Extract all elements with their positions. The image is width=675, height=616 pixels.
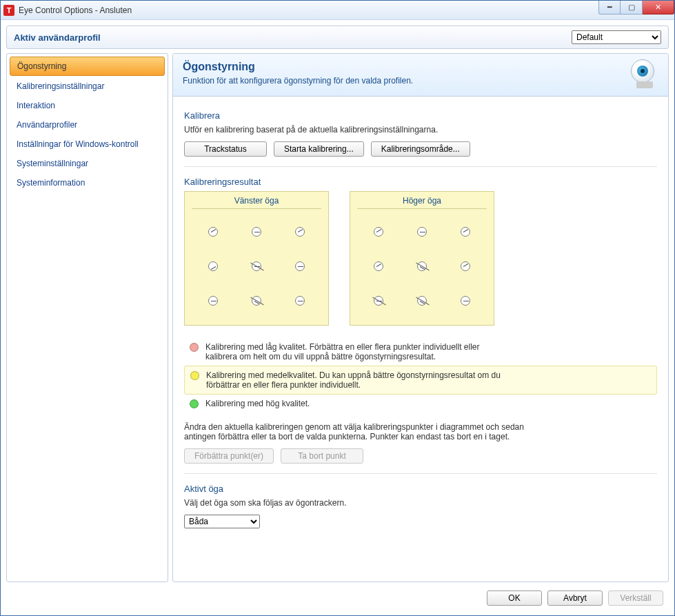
separator: [184, 473, 657, 474]
active-eye-select[interactable]: Båda: [184, 515, 260, 528]
apply-button[interactable]: Verkställ: [608, 590, 663, 606]
separator: [184, 166, 657, 167]
content-header: Ögonstyrning Funktion för att konfigurer…: [173, 54, 668, 97]
start-calibration-button[interactable]: Starta kalibrering...: [274, 141, 364, 157]
calib-point[interactable]: [295, 261, 305, 271]
profile-label: Aktiv användarprofil: [14, 32, 572, 43]
content-panel: Ögonstyrning Funktion för att konfigurer…: [172, 53, 669, 582]
calib-point[interactable]: [461, 296, 470, 306]
ok-button[interactable]: OK: [487, 590, 542, 606]
right-eye-label: Höger öga: [357, 196, 487, 209]
sidebar-item-calibration-settings[interactable]: Kalibreringsinställningar: [10, 77, 165, 95]
improve-point-button[interactable]: Förbättra punkt(er): [184, 448, 274, 464]
active-eye-title: Aktivt öga: [184, 484, 657, 494]
result-title: Kalibreringsresultat: [184, 177, 657, 187]
left-eye-label: Vänster öga: [192, 196, 321, 209]
sidebar-item-windows-control[interactable]: Inställningar för Windows-kontroll: [10, 135, 165, 153]
legend-medium: Kalibrering med medelkvalitet. Du kan up…: [184, 366, 657, 395]
minimize-button[interactable]: ━: [598, 1, 621, 14]
legend-dot-medium: [190, 371, 199, 380]
calib-point[interactable]: [374, 296, 383, 306]
client-area: Aktiv användarprofil Default Ögonstyrnin…: [1, 20, 674, 615]
page-subtitle: Funktion för att konfigurera ögonstyrnin…: [183, 76, 658, 86]
right-eye-points: [357, 215, 487, 318]
calib-point[interactable]: [374, 227, 383, 237]
sidebar-item-user-profiles[interactable]: Användarprofiler: [10, 116, 165, 134]
calib-point[interactable]: [252, 227, 261, 237]
sidebar-item-system-settings[interactable]: Systeminställningar: [10, 155, 165, 172]
calib-point[interactable]: [208, 227, 218, 237]
calib-point[interactable]: [374, 261, 383, 271]
calibration-area-button[interactable]: Kalibreringsområde...: [371, 141, 470, 157]
calib-point[interactable]: [252, 296, 261, 306]
remove-point-button[interactable]: Ta bort punkt: [281, 448, 363, 464]
profile-bar: Aktiv användarprofil Default: [6, 26, 669, 49]
result-instructions: Ändra den aktuella kalibreringen genom a…: [184, 422, 543, 441]
eye-tracker-icon: [627, 58, 658, 90]
app-icon: T: [3, 5, 14, 16]
right-eye-grid[interactable]: Höger öga: [350, 191, 494, 326]
content-body: Kalibrera Utför en kalibrering baserat p…: [173, 97, 668, 582]
calib-point[interactable]: [208, 296, 218, 306]
legend-dot-low: [190, 343, 199, 352]
page-title: Ögonstyrning: [183, 61, 658, 73]
calibrate-title: Kalibrera: [184, 110, 657, 121]
main-area: Ögonstyrning Kalibreringsinställningar I…: [6, 53, 669, 582]
close-button[interactable]: ✕: [643, 1, 674, 14]
left-eye-points: [192, 215, 321, 318]
calib-point[interactable]: [461, 261, 470, 271]
calibrate-description: Utför en kalibrering baserat på de aktue…: [184, 125, 657, 135]
sidebar-item-interaction[interactable]: Interaktion: [10, 97, 165, 115]
active-eye-description: Välj det öga som ska följas av ögontrack…: [184, 498, 657, 508]
trackstatus-button[interactable]: Trackstatus: [184, 141, 267, 157]
calib-point[interactable]: [417, 261, 427, 271]
calibrate-buttons: Trackstatus Starta kalibrering... Kalibr…: [184, 141, 657, 157]
calibration-grids: Vänster öga: [184, 191, 657, 326]
point-action-buttons: Förbättra punkt(er) Ta bort punkt: [184, 448, 657, 464]
quality-legend: Kalibrering med låg kvalitet. Förbättra …: [184, 338, 657, 413]
profile-select[interactable]: Default: [572, 30, 661, 44]
sidebar-item-eyetracking[interactable]: Ögonstyrning: [10, 57, 165, 76]
dialog-footer: OK Avbryt Verkställ: [6, 586, 669, 610]
calib-point[interactable]: [208, 261, 218, 271]
calib-point[interactable]: [295, 296, 305, 306]
calib-point[interactable]: [417, 296, 427, 306]
maximize-button[interactable]: ▢: [621, 1, 643, 14]
sidebar: Ögonstyrning Kalibreringsinställningar I…: [6, 53, 168, 582]
cancel-button[interactable]: Avbryt: [547, 590, 603, 606]
calib-point[interactable]: [461, 227, 470, 237]
titlebar: T Eye Control Options - Ansluten ━ ▢ ✕: [1, 1, 674, 20]
window-title: Eye Control Options - Ansluten: [19, 6, 132, 15]
window-controls: ━ ▢ ✕: [598, 1, 674, 14]
legend-high: Kalibrering med hög kvalitet.: [184, 395, 657, 413]
legend-dot-high: [190, 399, 199, 408]
calib-point[interactable]: [295, 227, 305, 237]
calib-point[interactable]: [252, 261, 261, 271]
legend-low: Kalibrering med låg kvalitet. Förbättra …: [184, 338, 657, 366]
app-window: T Eye Control Options - Ansluten ━ ▢ ✕ A…: [0, 0, 675, 616]
left-eye-grid[interactable]: Vänster öga: [184, 191, 329, 326]
calib-point[interactable]: [417, 227, 427, 237]
sidebar-item-system-info[interactable]: Systeminformation: [10, 174, 165, 192]
